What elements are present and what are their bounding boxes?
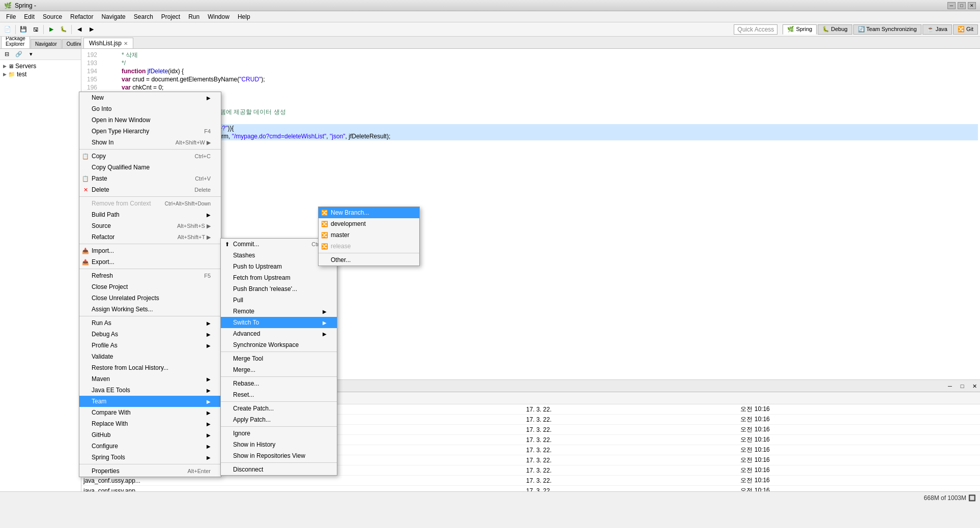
perspective-debug[interactable]: 🐛 Debug bbox=[818, 24, 852, 35]
ctx-profile-as[interactable]: Profile As ▶ bbox=[79, 340, 221, 351]
switch-master[interactable]: 🔀 master bbox=[319, 229, 419, 241]
tree-item-servers[interactable]: ▶ 🖥 Servers bbox=[2, 62, 79, 70]
log-row[interactable]: java_conf.ussy.app...17. 3. 22.오전 10:16 bbox=[81, 486, 980, 492]
ctx-restore-local[interactable]: Restore from Local History... bbox=[79, 362, 221, 373]
ctx-github[interactable]: GitHub ▶ bbox=[79, 429, 221, 441]
ctx-open-type-hierarchy[interactable]: Open Type Hierarchy F4 bbox=[79, 126, 221, 137]
ctx-copy-qualified[interactable]: Copy Qualified Name bbox=[79, 162, 221, 173]
ctx-refactor[interactable]: Refactor Alt+Shift+T ▶ bbox=[79, 231, 221, 243]
ctx-validate[interactable]: Validate bbox=[79, 351, 221, 362]
ctx-build-path[interactable]: Build Path ▶ bbox=[79, 209, 221, 220]
team-apply-patch[interactable]: Apply Patch... bbox=[221, 414, 337, 425]
perspective-team-sync[interactable]: 🔄 Team Synchronizing bbox=[853, 24, 921, 35]
switch-new-branch[interactable]: 🔀 New Branch... bbox=[319, 207, 419, 218]
new-button[interactable]: 📄 bbox=[2, 24, 13, 35]
toolbar-sep-2 bbox=[43, 25, 44, 34]
team-fetch-upstream[interactable]: Fetch from Upstream bbox=[221, 272, 337, 283]
ctx-replace-with[interactable]: Replace With ▶ bbox=[79, 418, 221, 429]
save-all-button[interactable]: 🖫 bbox=[30, 24, 41, 35]
sidebar-tab-outline[interactable]: Outline bbox=[62, 39, 81, 48]
switch-release[interactable]: 🔀 release bbox=[319, 241, 419, 252]
sidebar-view-menu[interactable]: ▾ bbox=[25, 49, 37, 60]
ctx-export[interactable]: 📤 Export... bbox=[79, 256, 221, 268]
team-switch-to[interactable]: Switch To ▶ bbox=[221, 317, 337, 328]
ctx-java-ee-tools[interactable]: Java EE Tools ▶ bbox=[79, 385, 221, 396]
ctx-compare-with[interactable]: Compare With ▶ bbox=[79, 407, 221, 418]
shortcut-remove: Ctrl+Alt+Shift+Down bbox=[165, 201, 211, 207]
run-button[interactable]: ▶ bbox=[46, 24, 57, 35]
team-merge-tool-label: Merge Tool bbox=[233, 355, 263, 362]
menu-navigate[interactable]: Navigate bbox=[97, 12, 129, 21]
perspective-java[interactable]: ☕ Java bbox=[923, 24, 952, 35]
team-show-repos[interactable]: Show in Repositories View bbox=[221, 450, 337, 461]
team-advanced[interactable]: Advanced ▶ bbox=[221, 328, 337, 339]
perspective-git[interactable]: 🔀 Git bbox=[953, 24, 978, 35]
ctx-refresh[interactable]: Refresh F5 bbox=[79, 270, 221, 281]
forward-button[interactable]: ▶ bbox=[86, 24, 97, 35]
ctx-close-project[interactable]: Close Project bbox=[79, 281, 221, 292]
switch-other[interactable]: Other... bbox=[319, 254, 419, 266]
close-button[interactable]: ✕ bbox=[968, 2, 976, 9]
team-remote[interactable]: Remote ▶ bbox=[221, 306, 337, 317]
team-create-patch[interactable]: Create Patch... bbox=[221, 403, 337, 414]
menu-run[interactable]: Run bbox=[184, 12, 204, 21]
bottom-close[interactable]: ✕ bbox=[969, 380, 980, 392]
ctx-paste[interactable]: 📋 Paste Ctrl+V bbox=[79, 173, 221, 184]
team-rebase-label: Rebase... bbox=[233, 380, 259, 387]
ctx-remove-context[interactable]: Remove from Context Ctrl+Alt+Shift+Down bbox=[79, 198, 221, 209]
team-sync-workspace[interactable]: Synchronize Workspace bbox=[221, 339, 337, 350]
ctx-properties[interactable]: Properties Alt+Enter bbox=[79, 465, 221, 477]
ctx-assign-working-sets[interactable]: Assign Working Sets... bbox=[79, 304, 221, 315]
save-button[interactable]: 💾 bbox=[18, 24, 29, 35]
perspective-spring[interactable]: 🌿 Spring bbox=[783, 24, 817, 35]
team-disconnect[interactable]: Disconnect bbox=[221, 464, 337, 475]
ctx-team[interactable]: Team ▶ bbox=[79, 396, 221, 407]
menu-refactor[interactable]: Refactor bbox=[66, 12, 97, 21]
editor-tab-wishlist[interactable]: WishList.jsp ✕ bbox=[83, 38, 133, 48]
ctx-copy[interactable]: 📋 Copy Ctrl+C bbox=[79, 151, 221, 162]
team-merge[interactable]: Merge... bbox=[221, 364, 337, 375]
ctx-import[interactable]: 📥 Import... bbox=[79, 245, 221, 256]
team-merge-tool[interactable]: Merge Tool bbox=[221, 353, 337, 364]
tab-close-icon[interactable]: ✕ bbox=[124, 41, 128, 46]
team-rebase[interactable]: Rebase... bbox=[221, 378, 337, 389]
ctx-debug-as[interactable]: Debug As ▶ bbox=[79, 329, 221, 340]
ctx-delete[interactable]: ✕ Delete Delete bbox=[79, 184, 221, 195]
sidebar-link-editor[interactable]: 🔗 bbox=[13, 49, 24, 60]
menu-help[interactable]: Help bbox=[234, 12, 254, 21]
switch-development[interactable]: 🔀 development bbox=[319, 218, 419, 229]
team-show-history[interactable]: Show in History bbox=[221, 439, 337, 450]
ctx-new[interactable]: New ▶ bbox=[79, 92, 221, 103]
ctx-close-unrelated[interactable]: Close Unrelated Projects bbox=[79, 292, 221, 304]
ctx-configure[interactable]: Configure ▶ bbox=[79, 441, 221, 452]
arrow-icon: ▶ bbox=[207, 421, 211, 427]
ctx-spring-tools[interactable]: Spring Tools ▶ bbox=[79, 452, 221, 463]
back-button[interactable]: ◀ bbox=[74, 24, 85, 35]
team-push-branch[interactable]: Push Branch 'release'... bbox=[221, 283, 337, 295]
debug-button[interactable]: 🐛 bbox=[58, 24, 69, 35]
bottom-minimize[interactable]: ─ bbox=[944, 380, 956, 392]
sidebar-tab-package-explorer[interactable]: Package Explorer bbox=[1, 37, 30, 48]
team-ignore[interactable]: Ignore bbox=[221, 428, 337, 439]
menu-source[interactable]: Source bbox=[39, 12, 66, 21]
ctx-maven[interactable]: Maven ▶ bbox=[79, 373, 221, 385]
menu-window[interactable]: Window bbox=[204, 12, 234, 21]
bottom-maximize[interactable]: □ bbox=[957, 380, 968, 392]
menu-file[interactable]: File bbox=[2, 12, 20, 21]
menu-search[interactable]: Search bbox=[130, 12, 157, 21]
menu-edit[interactable]: Edit bbox=[20, 12, 39, 21]
ctx-run-as[interactable]: Run As ▶ bbox=[79, 317, 221, 329]
restore-button[interactable]: □ bbox=[958, 2, 966, 9]
ctx-source[interactable]: Source Alt+Shift+S ▶ bbox=[79, 220, 221, 231]
tree-item-test[interactable]: ▶ 📁 test bbox=[2, 70, 79, 78]
quick-access-box[interactable]: Quick Access bbox=[734, 24, 777, 35]
team-pull[interactable]: Pull bbox=[221, 295, 337, 306]
ctx-show-in[interactable]: Show In Alt+Shift+W ▶ bbox=[79, 137, 221, 148]
sidebar-tab-navigator[interactable]: Navigator bbox=[31, 39, 62, 48]
ctx-go-into[interactable]: Go Into bbox=[79, 103, 221, 114]
sidebar-collapse-all[interactable]: ⊟ bbox=[1, 49, 12, 60]
minimize-button[interactable]: ─ bbox=[947, 2, 956, 9]
menu-project[interactable]: Project bbox=[157, 12, 184, 21]
team-reset[interactable]: Reset... bbox=[221, 389, 337, 400]
ctx-open-new-window[interactable]: Open in New Window bbox=[79, 114, 221, 126]
